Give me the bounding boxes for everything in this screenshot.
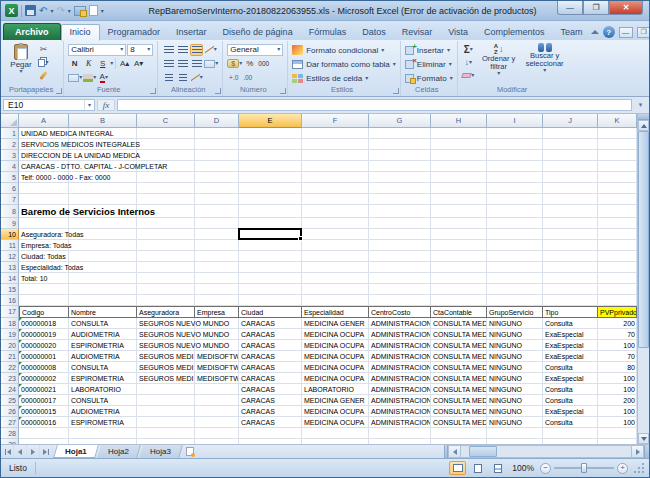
redo-dropdown-icon[interactable]: ▾ [68,7,71,14]
underline-dropdown-icon[interactable]: ▾ [110,61,113,66]
redo-icon[interactable]: ↷ [56,6,64,16]
column-header-J[interactable]: J [543,114,598,128]
cell-F11[interactable] [302,240,369,251]
cell-H28[interactable] [431,428,487,439]
cell-F15[interactable] [302,284,369,295]
cell-F5[interactable] [302,172,369,183]
cell-D14[interactable] [195,273,239,284]
cell-E21[interactable]: CARACAS [239,351,302,362]
row-header-21[interactable]: 21 [1,351,19,362]
cell-C3[interactable] [137,150,195,161]
row-header-3[interactable]: 3 [1,150,19,161]
cell-K10[interactable] [598,229,637,240]
cell-D6[interactable] [195,183,239,194]
cell-A19[interactable]: 000000019 [19,329,69,340]
column-header-H[interactable]: H [431,114,487,128]
cell-C28[interactable] [137,428,195,439]
cell-J23[interactable]: ExaEspecial [543,373,598,384]
cell-H7[interactable] [431,194,487,205]
cell-E29[interactable] [239,439,302,444]
undo-dropdown-icon[interactable]: ▾ [50,7,53,14]
column-header-K[interactable]: K [598,114,637,128]
cell-A13[interactable]: Especialidad: Todas [19,262,69,273]
cell-J10[interactable] [543,229,598,240]
cell-C22[interactable]: SEGUROS MEDISC [137,362,195,373]
print-preview-icon[interactable] [74,6,86,16]
cell-B19[interactable]: AUDIOMETRIA [69,329,137,340]
next-sheet-button[interactable] [27,445,40,458]
cell-D3[interactable] [195,150,239,161]
row-header-18[interactable]: 18 [1,318,19,329]
cell-D29[interactable] [195,439,239,444]
cell-K24[interactable]: 100 [598,384,637,395]
cell-K3[interactable] [598,150,637,161]
cell-E1[interactable] [239,128,302,139]
cell-I7[interactable] [487,194,543,205]
cell-H14[interactable] [431,273,487,284]
cell-G23[interactable]: ADMINISTRACION [369,373,431,384]
cell-A23[interactable]: 000000002 [19,373,69,384]
cell-B25[interactable]: CONSULTA [69,395,137,406]
help-icon[interactable]: ? [603,26,615,38]
cell-B23[interactable]: ESPIROMETRIA [69,373,137,384]
horizontal-scroll-track[interactable] [461,445,631,458]
cell-C15[interactable] [137,284,195,295]
row-header-28[interactable]: 28 [1,428,19,439]
minimize-button[interactable]: — [557,1,583,15]
italic-button[interactable]: K [82,58,95,70]
cell-B27[interactable]: ESPIROMETRIA [69,417,137,428]
cell-I25[interactable]: NINGUNO [487,395,543,406]
merge-center-button[interactable]: ▾ [204,58,218,70]
cell-J26[interactable]: ExaEspecial [543,406,598,417]
row-header-1[interactable]: 1 [1,128,19,139]
accounting-format-button[interactable]: $▾ [227,58,242,70]
cell-F29[interactable] [302,439,369,444]
cell-I18[interactable]: NINGUNO [487,318,543,329]
format-as-table-button[interactable]: Dar formato como tabla▾ [292,57,396,71]
cell-C20[interactable]: SEGUROS NUEVO MUNDO [137,340,195,351]
cell-F10[interactable] [302,229,369,240]
cell-C5[interactable] [137,172,195,183]
column-header-E[interactable]: E [239,114,302,128]
cell-I16[interactable] [487,295,543,306]
find-select-button[interactable]: Buscar y seleccionar▾ [523,43,567,85]
ribbon-tab-vista[interactable]: Vista [440,25,476,40]
orientation-button[interactable]: ▾ [204,44,217,56]
cell-F21[interactable]: MEDICINA OCUPA [302,351,369,362]
workbook-minimize-icon[interactable]: — [619,27,633,38]
cell-I6[interactable] [487,183,543,194]
font-color-button[interactable]: A▾ [97,72,110,84]
cell-B16[interactable] [69,295,137,306]
cell-K9[interactable] [598,218,637,229]
row-header-6[interactable]: 6 [1,183,19,194]
workbook-restore-icon[interactable]: ❐ [637,27,650,38]
new-document-icon[interactable] [89,5,98,16]
cell-C17[interactable]: Aseguradora [137,306,195,318]
cell-K29[interactable] [598,439,637,444]
cell-E15[interactable] [239,284,302,295]
cell-A16[interactable] [19,295,69,306]
align-left-button[interactable] [162,58,175,70]
cell-D13[interactable] [195,262,239,273]
cell-I8[interactable] [487,205,543,218]
cell-K23[interactable]: 100 [598,373,637,384]
select-all-corner[interactable] [1,114,19,128]
decrease-indent-button[interactable] [162,72,175,84]
cell-D17[interactable]: Empresa [195,306,239,318]
cell-G24[interactable]: ADMINISTRACION [369,384,431,395]
cell-C14[interactable] [137,273,195,284]
cell-J22[interactable]: Consulta [543,362,598,373]
cell-C16[interactable] [137,295,195,306]
cell-F24[interactable]: LABORATORIO [302,384,369,395]
cell-E3[interactable] [239,150,302,161]
cell-I2[interactable] [487,139,543,150]
align-top-button[interactable] [162,44,175,56]
cell-I27[interactable]: NINGUNO [487,417,543,428]
row-header-19[interactable]: 19 [1,329,19,340]
zoom-slider-thumb[interactable] [581,463,587,473]
cell-H8[interactable] [431,205,487,218]
cell-I3[interactable] [487,150,543,161]
cell-F13[interactable] [302,262,369,273]
cell-E12[interactable] [239,251,302,262]
underline-button[interactable]: S [96,58,109,70]
